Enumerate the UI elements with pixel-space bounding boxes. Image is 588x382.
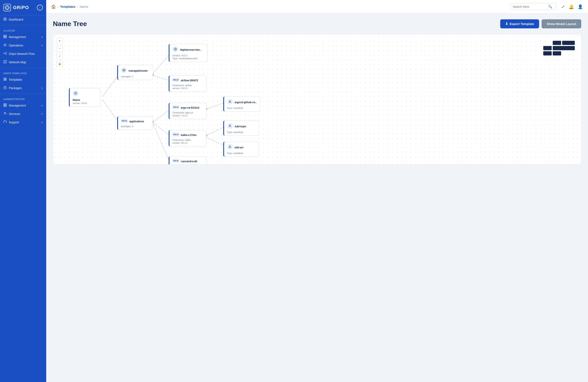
- tree-controls: + − ⤢ 🔒: [57, 38, 63, 67]
- chart-box-4: [553, 46, 575, 50]
- sidebar-item-packages[interactable]: Packages ∧: [0, 84, 46, 92]
- notification-icon[interactable]: 🔔: [569, 4, 574, 9]
- svg-rect-27: [4, 87, 6, 89]
- svg-rect-30: [3, 105, 5, 107]
- node-kafka-version: version: 30.1.0: [172, 142, 203, 144]
- node-argo-cd[interactable]: HELM argo-cd-5312e3 Chartname: argo-cd v…: [169, 103, 207, 119]
- network-map-label: Network Map: [9, 61, 26, 64]
- show-modal-button[interactable]: Show Modal Layout: [542, 19, 581, 28]
- download-icon: ⬇: [505, 22, 508, 26]
- node-applications-sub: packages: 4: [121, 125, 150, 128]
- node-airflow-icon: HELM: [172, 78, 179, 82]
- svg-line-37: [153, 54, 170, 73]
- management-chevron: ∧: [41, 36, 43, 39]
- node-argocd-chartname: Chartname: argo-cd: [172, 111, 203, 114]
- node-add-topic-type: Type: manifests: [227, 131, 256, 134]
- operations-chevron: ∧: [41, 44, 43, 47]
- node-managedcluster-icon: [121, 67, 127, 73]
- svg-line-40: [153, 123, 170, 135]
- operations-label: Operations: [9, 44, 23, 47]
- fullscreen-icon[interactable]: ⤢: [561, 4, 565, 9]
- node-digitalocean-icon: [172, 46, 178, 52]
- zoom-in-button[interactable]: +: [57, 38, 63, 44]
- sidebar-item-services[interactable]: Services ∧: [0, 110, 46, 118]
- breadcrumb: 🏠 › Templates › Name: [51, 4, 507, 9]
- tree-canvas: + − ⤢ 🔒: [53, 34, 581, 164]
- content-area: Name Tree ⬇ Export Template Show Modal L…: [46, 13, 588, 382]
- search-box[interactable]: 🔍: [510, 3, 556, 10]
- svg-line-36: [103, 100, 118, 122]
- svg-line-18: [4, 53, 6, 53]
- svg-point-16: [6, 52, 6, 53]
- lock-button[interactable]: 🔒: [57, 61, 63, 67]
- svg-point-7: [4, 19, 6, 20]
- node-add-topic-title: Add-topic: [234, 125, 246, 128]
- services-icon: [3, 112, 7, 116]
- admin-management-label: Management: [9, 104, 26, 107]
- svg-line-39: [153, 110, 170, 122]
- chart-box-5: [543, 51, 552, 55]
- node-add-topic[interactable]: Add-topic Type: manifests: [223, 121, 259, 136]
- breadcrumb-templates[interactable]: Templates: [60, 5, 75, 8]
- sidebar-item-operations[interactable]: Operations ∧: [0, 41, 46, 50]
- chart-box-3: [543, 46, 552, 50]
- packages-label: Packages: [9, 86, 22, 90]
- sidebar-item-admin-management[interactable]: Management ∧: [0, 101, 46, 110]
- sidebar-item-support[interactable]: Support ∧: [0, 118, 46, 127]
- node-name-version: version: 10.01: [73, 102, 97, 104]
- node-applications[interactable]: HELM applications packages: 4: [117, 116, 153, 130]
- sidebar-item-network-map[interactable]: Network Map: [0, 58, 46, 67]
- node-managedcluster-title: managedcluster: [128, 69, 148, 72]
- gripo-templates-label: Gripo Templates: [0, 69, 46, 75]
- node-managedcluster[interactable]: managedcluster packages: 1: [117, 65, 153, 80]
- logo-text: GRiPO: [13, 5, 29, 10]
- node-argocd-title: argo-cd-5312e3: [181, 106, 199, 109]
- header: 🏠 › Templates › Name 🔍 ⤢ 🔔 👤: [46, 0, 588, 13]
- node-name[interactable]: Name version: 10.01: [69, 88, 100, 107]
- node-add-acl-title: add-acl: [234, 146, 243, 149]
- breadcrumb-home-icon[interactable]: 🏠: [51, 4, 56, 9]
- node-argocd-github[interactable]: argocd-github-co.. Type: manifests: [223, 96, 260, 112]
- node-argocd-icon: HELM: [172, 105, 179, 109]
- admin-mgmt-icon: [3, 103, 7, 108]
- search-input[interactable]: [513, 5, 546, 8]
- svg-rect-10: [3, 37, 5, 38]
- node-name-title: Name: [73, 98, 97, 101]
- sidebar-item-templates[interactable]: Templates: [0, 75, 46, 84]
- export-template-button[interactable]: ⬇ Export Template: [500, 19, 539, 28]
- node-cassandra[interactable]: HELM cassandra-db Chartname: cassandra v…: [169, 156, 207, 164]
- sidebar-item-dashboard[interactable]: Dashboard: [0, 15, 46, 24]
- dashboard-icon: [3, 18, 7, 22]
- sidebar-item-gripo-network-flow[interactable]: Gripo Network Flow: [0, 50, 46, 58]
- node-add-acl-icon: [227, 144, 233, 150]
- node-argocd-version: version: 7.0.11: [172, 114, 203, 117]
- node-cassandra-title: cassandra-db: [181, 160, 197, 163]
- user-icon[interactable]: 👤: [578, 4, 583, 9]
- fit-screen-button[interactable]: ⤢: [57, 53, 63, 59]
- sidebar-toggle-button[interactable]: ‹: [37, 5, 43, 10]
- svg-rect-26: [5, 79, 6, 80]
- packages-icon: [3, 86, 7, 90]
- node-digitalocean-title: digitalocean-bas..: [180, 48, 201, 51]
- svg-rect-31: [5, 105, 6, 107]
- node-add-topic-icon: [227, 123, 233, 129]
- svg-point-17: [6, 54, 6, 55]
- sidebar-logo-area: GRiPO ‹: [0, 0, 46, 15]
- node-airflow[interactable]: HELM airflow-200472 Chartname: airflow v…: [169, 75, 207, 92]
- svg-point-6: [3, 18, 6, 21]
- administration-label: Administration: [0, 95, 46, 101]
- node-add-acl[interactable]: add-acl Type: manifests: [223, 142, 259, 157]
- zoom-out-button[interactable]: −: [57, 45, 63, 52]
- packages-chevron: ∧: [41, 87, 43, 90]
- svg-rect-9: [5, 35, 6, 36]
- svg-rect-34: [6, 122, 7, 123]
- operations-icon: [3, 43, 7, 47]
- node-kafka[interactable]: HELM kafka-c1741e Chartname: kafka versi…: [169, 130, 207, 146]
- svg-rect-33: [3, 122, 4, 123]
- node-digitalocean[interactable]: digitalocean-bas.. version: v0.0.2 Type:…: [169, 44, 208, 62]
- svg-line-44: [207, 137, 224, 146]
- support-label: Support: [9, 121, 19, 124]
- svg-line-43: [207, 127, 224, 135]
- support-chevron: ∧: [41, 121, 43, 124]
- sidebar-item-management[interactable]: Management ∧: [0, 33, 46, 41]
